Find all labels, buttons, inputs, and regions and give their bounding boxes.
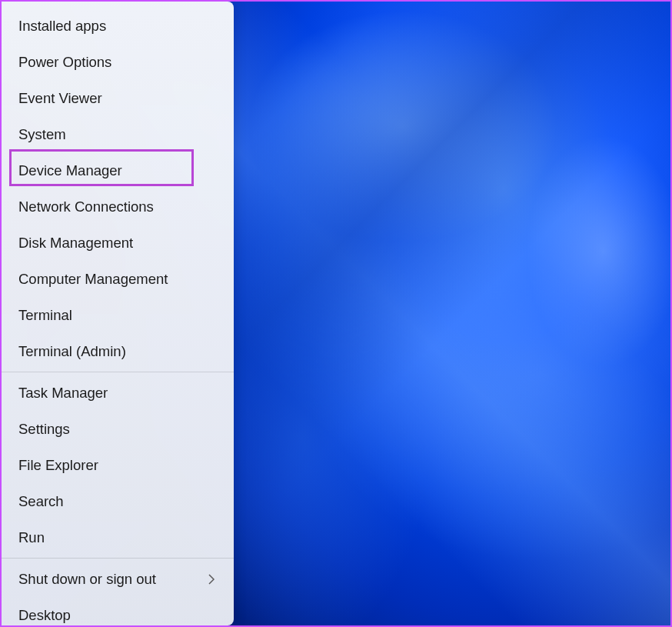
menu-separator bbox=[2, 372, 234, 372]
menu-item-label: Event Viewer bbox=[18, 90, 102, 107]
menu-item-label: System bbox=[18, 126, 66, 143]
menu-item-label: Installed apps bbox=[18, 18, 106, 35]
menu-item-settings[interactable]: Settings bbox=[2, 411, 234, 447]
menu-item-label: Network Connections bbox=[18, 198, 154, 215]
menu-item-disk-management[interactable]: Disk Management bbox=[2, 225, 234, 261]
menu-item-label: Terminal (Admin) bbox=[18, 343, 126, 360]
menu-item-label: Device Manager bbox=[18, 162, 122, 179]
menu-item-label: Disk Management bbox=[18, 235, 133, 252]
menu-item-label: Desktop bbox=[18, 607, 71, 624]
menu-item-label: Computer Management bbox=[18, 271, 168, 288]
menu-item-label: Run bbox=[18, 529, 45, 546]
menu-separator bbox=[2, 558, 234, 559]
menu-item-label: Shut down or sign out bbox=[18, 571, 156, 588]
menu-item-installed-apps[interactable]: Installed apps bbox=[2, 8, 234, 44]
menu-item-event-viewer[interactable]: Event Viewer bbox=[2, 80, 234, 116]
menu-item-label: File Explorer bbox=[18, 457, 98, 474]
menu-item-search[interactable]: Search bbox=[2, 483, 234, 519]
menu-item-desktop[interactable]: Desktop bbox=[2, 597, 234, 627]
menu-item-network-connections[interactable]: Network Connections bbox=[2, 188, 234, 225]
menu-item-device-manager[interactable]: Device Manager bbox=[2, 152, 234, 188]
power-user-menu: Installed apps Power Options Event Viewe… bbox=[2, 2, 234, 625]
menu-item-terminal[interactable]: Terminal bbox=[2, 297, 234, 333]
menu-item-label: Power Options bbox=[18, 54, 111, 71]
menu-item-label: Terminal bbox=[18, 307, 72, 324]
menu-item-label: Search bbox=[18, 493, 64, 510]
menu-item-system[interactable]: System bbox=[2, 116, 234, 152]
menu-item-run[interactable]: Run bbox=[2, 519, 234, 555]
menu-item-label: Task Manager bbox=[18, 385, 108, 402]
menu-item-label: Settings bbox=[18, 421, 70, 438]
menu-item-shut-down[interactable]: Shut down or sign out bbox=[2, 561, 234, 597]
menu-item-file-explorer[interactable]: File Explorer bbox=[2, 447, 234, 483]
menu-item-terminal-admin[interactable]: Terminal (Admin) bbox=[2, 333, 234, 369]
menu-item-power-options[interactable]: Power Options bbox=[2, 44, 234, 80]
menu-item-computer-management[interactable]: Computer Management bbox=[2, 261, 234, 297]
menu-item-task-manager[interactable]: Task Manager bbox=[2, 375, 234, 411]
chevron-right-icon bbox=[206, 574, 217, 585]
